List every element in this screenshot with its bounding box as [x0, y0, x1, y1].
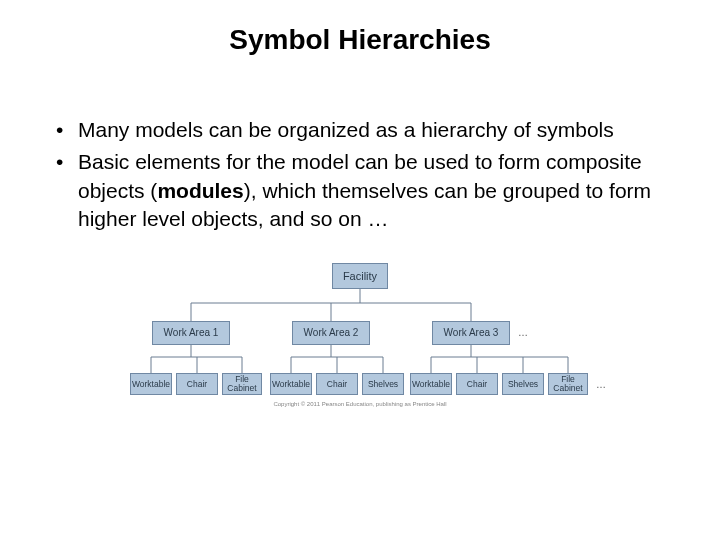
node-chair: Chair	[456, 373, 498, 395]
node-work-area-3: Work Area 3	[432, 321, 510, 345]
node-chair: Chair	[316, 373, 358, 395]
bullet-list: Many models can be organized as a hierar…	[56, 116, 680, 233]
node-worktable: Worktable	[410, 373, 452, 395]
bullet-bold: modules	[157, 179, 243, 202]
ellipsis: …	[596, 379, 606, 390]
node-work-area-2: Work Area 2	[292, 321, 370, 345]
node-shelves: Shelves	[362, 373, 404, 395]
node-file-cabinet: FileCabinet	[548, 373, 588, 395]
node-work-area-1: Work Area 1	[152, 321, 230, 345]
node-facility: Facility	[332, 263, 388, 289]
node-worktable: Worktable	[130, 373, 172, 395]
slide: Symbol Hierarchies Many models can be or…	[0, 0, 720, 540]
bullet-item: Many models can be organized as a hierar…	[56, 116, 680, 144]
diagram-canvas: Facility Work Area 1 Work Area 2 Work Ar…	[100, 263, 620, 413]
slide-title: Symbol Hierarchies	[40, 24, 680, 56]
hierarchy-diagram: Facility Work Area 1 Work Area 2 Work Ar…	[40, 263, 680, 413]
bullet-item: Basic elements for the model can be used…	[56, 148, 680, 233]
node-shelves: Shelves	[502, 373, 544, 395]
ellipsis: …	[518, 327, 528, 338]
node-worktable: Worktable	[270, 373, 312, 395]
copyright-text: Copyright © 2011 Pearson Education, publ…	[100, 401, 620, 407]
node-chair: Chair	[176, 373, 218, 395]
node-file-cabinet: FileCabinet	[222, 373, 262, 395]
